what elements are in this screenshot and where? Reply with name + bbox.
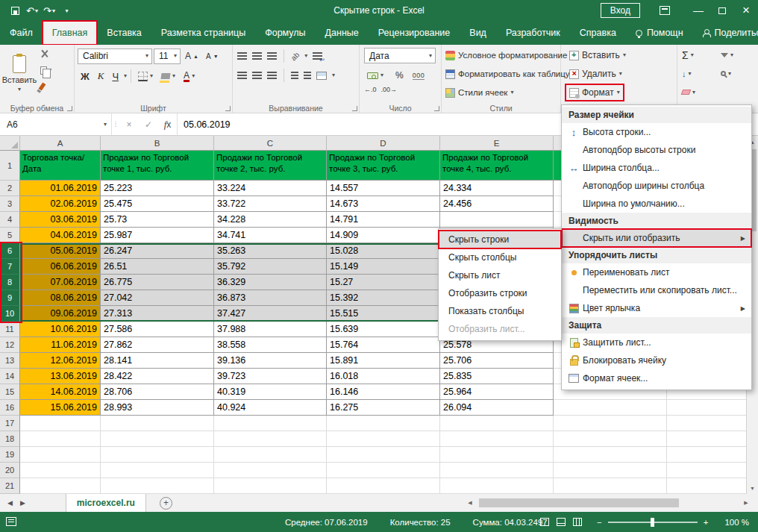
row-header-6[interactable]: 6 xyxy=(0,243,20,259)
cell-A7[interactable]: 06.06.2019 xyxy=(20,259,101,275)
cell-E18[interactable] xyxy=(440,431,554,447)
cell-B21[interactable] xyxy=(101,478,214,494)
font-name-combo[interactable]: Calibri▾ xyxy=(78,48,152,64)
cell-G16[interactable] xyxy=(667,400,746,416)
menu-item-autofit-column-width[interactable]: Автоподбор ширины столбца xyxy=(562,177,751,195)
row-header-18[interactable]: 18 xyxy=(0,431,20,447)
sheet-nav-right-icon[interactable]: ▶ xyxy=(20,499,25,507)
cell-F17[interactable] xyxy=(554,416,667,431)
cell-C2[interactable]: 33.224 xyxy=(214,181,327,196)
find-select-button[interactable]: ▾ xyxy=(721,66,733,81)
align-bottom-icon[interactable] xyxy=(267,52,277,60)
cell-F16[interactable] xyxy=(554,400,667,416)
align-left-icon[interactable] xyxy=(237,72,247,80)
tell-me-button[interactable]: Помощн xyxy=(626,21,693,45)
menu-item-row-height[interactable]: Высота строки... xyxy=(562,123,751,141)
cell-B7[interactable]: 26.51 xyxy=(101,259,214,275)
cell-E13[interactable]: 25.706 xyxy=(440,353,554,369)
redo-button[interactable]: ↷▾ xyxy=(42,3,57,18)
cell-C18[interactable] xyxy=(214,431,327,447)
column-header-C[interactable]: C xyxy=(214,136,327,151)
submenu-item-unhide-sheet[interactable]: Отобразить лист... xyxy=(439,320,561,338)
cell-B14[interactable]: 28.422 xyxy=(101,369,214,384)
horizontal-scroll-track[interactable] xyxy=(476,497,740,509)
cell-B19[interactable] xyxy=(101,447,214,463)
cell-C15[interactable]: 40.319 xyxy=(214,384,327,400)
cell-B5[interactable]: 25.987 xyxy=(101,228,214,243)
cell-E14[interactable]: 25.835 xyxy=(440,369,554,384)
menu-item-autofit-row-height[interactable]: Автоподбор высоты строки xyxy=(562,141,751,159)
menu-item-protect-sheet[interactable]: Защитить лист... xyxy=(562,334,751,351)
row-header-10[interactable]: 10 xyxy=(0,306,20,322)
cell-A5[interactable]: 04.06.2019 xyxy=(20,228,101,243)
cell-B16[interactable]: 28.993 xyxy=(101,400,214,416)
cell-B20[interactable] xyxy=(101,463,214,478)
cell-A11[interactable]: 10.06.2019 xyxy=(20,322,101,337)
cell-G17[interactable] xyxy=(667,416,746,431)
tab-home[interactable]: Главная xyxy=(43,21,98,45)
insert-function-button[interactable]: fx xyxy=(158,113,178,135)
cell-D14[interactable]: 16.018 xyxy=(327,369,440,384)
cell-F19[interactable] xyxy=(554,447,667,463)
cell-E2[interactable]: 24.334 xyxy=(440,181,554,196)
tab-formulas[interactable]: Формулы xyxy=(255,21,315,45)
cell-B13[interactable]: 28.141 xyxy=(101,353,214,369)
cell-D16[interactable]: 16.275 xyxy=(327,400,440,416)
submenu-item-hide-rows[interactable]: Скрыть строки xyxy=(439,231,561,248)
dialog-launcher-icon[interactable] xyxy=(352,106,357,111)
cell-B9[interactable]: 27.042 xyxy=(101,290,214,306)
row-header-1[interactable]: 1 xyxy=(0,151,20,181)
cell-B18[interactable] xyxy=(101,431,214,447)
sort-filter-button[interactable]: ▾ xyxy=(721,47,733,63)
cell-B15[interactable]: 28.706 xyxy=(101,384,214,400)
cell-C20[interactable] xyxy=(214,463,327,478)
cell-A18[interactable] xyxy=(20,431,101,447)
submenu-item-unhide-rows[interactable]: Отобразить строки xyxy=(439,284,561,302)
cell-F21[interactable] xyxy=(554,478,667,494)
cell-C13[interactable]: 39.136 xyxy=(214,353,327,369)
shrink-font-button[interactable]: А▼ xyxy=(203,48,222,64)
align-top-icon[interactable] xyxy=(237,52,247,60)
cell-E15[interactable]: 25.964 xyxy=(440,384,554,400)
cell-A1[interactable]: Торговая точка/ Дата xyxy=(20,151,101,181)
cell-D11[interactable]: 15.639 xyxy=(327,322,440,337)
tab-file[interactable]: Файл xyxy=(0,21,43,45)
cell-B2[interactable]: 25.223 xyxy=(101,181,214,196)
decrease-decimal-icon[interactable]: .00→ xyxy=(381,86,398,93)
percent-button[interactable]: % xyxy=(392,67,407,84)
cell-G18[interactable] xyxy=(667,431,746,447)
page-layout-view-icon[interactable] xyxy=(557,518,566,526)
cut-button[interactable] xyxy=(40,48,51,60)
cell-D13[interactable]: 15.891 xyxy=(327,353,440,369)
cell-D3[interactable]: 14.673 xyxy=(327,196,440,212)
cell-A20[interactable] xyxy=(20,463,101,478)
normal-view-icon[interactable] xyxy=(540,518,549,526)
cell-D21[interactable] xyxy=(327,478,440,494)
menu-item-format-cells[interactable]: Формат ячеек... xyxy=(562,369,751,387)
horizontal-scrollbar[interactable]: ◀ ▶ xyxy=(464,497,752,509)
cell-B3[interactable]: 25.475 xyxy=(101,196,214,212)
row-header-2[interactable]: 2 xyxy=(0,181,20,196)
cell-E4[interactable] xyxy=(440,212,554,228)
close-button[interactable]: × xyxy=(734,0,758,21)
cell-B12[interactable]: 27.862 xyxy=(101,337,214,353)
sheet-tab-active[interactable]: microexcel.ru xyxy=(66,494,146,512)
customize-qat-button[interactable]: ▾ xyxy=(59,3,74,18)
share-button[interactable]: Поделиться xyxy=(693,21,758,45)
cell-A6[interactable]: 05.06.2019 xyxy=(20,243,101,259)
cell-D15[interactable]: 16.146 xyxy=(327,384,440,400)
cell-A12[interactable]: 11.06.2019 xyxy=(20,337,101,353)
tab-review[interactable]: Рецензирование xyxy=(369,21,460,45)
ribbon-display-options-icon[interactable] xyxy=(660,6,670,15)
scroll-left-icon[interactable]: ◀ xyxy=(464,497,476,509)
cell-C14[interactable]: 39.723 xyxy=(214,369,327,384)
cell-C6[interactable]: 35.263 xyxy=(214,243,327,259)
row-header-3[interactable]: 3 xyxy=(0,196,20,212)
column-header-E[interactable]: E xyxy=(440,136,554,151)
cell-D8[interactable]: 15.27 xyxy=(327,275,440,290)
cell-G20[interactable] xyxy=(667,463,746,478)
cell-G21[interactable] xyxy=(667,478,746,494)
cell-A15[interactable]: 14.06.2019 xyxy=(20,384,101,400)
cell-C17[interactable] xyxy=(214,416,327,431)
tab-view[interactable]: Вид xyxy=(460,21,496,45)
